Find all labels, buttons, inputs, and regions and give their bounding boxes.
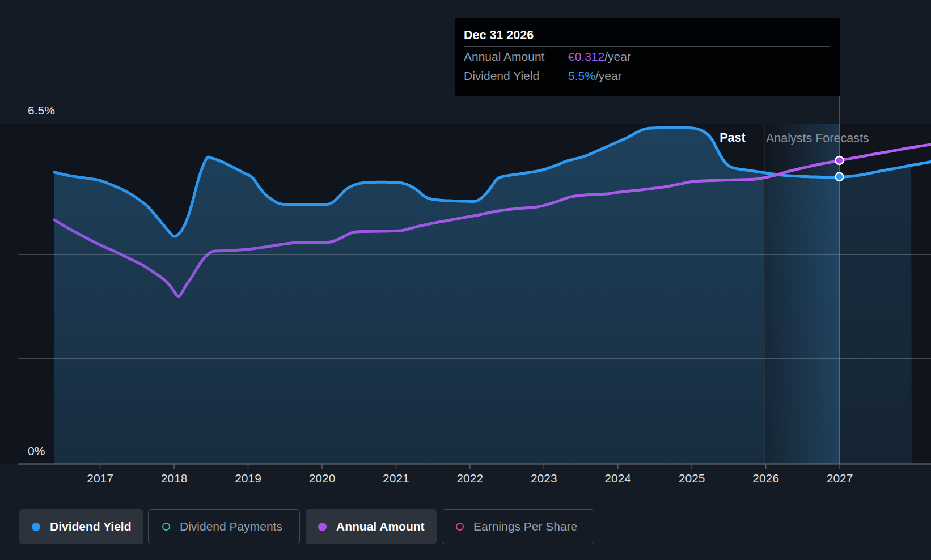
- svg-text:2024: 2024: [604, 472, 631, 485]
- svg-text:2019: 2019: [235, 472, 261, 485]
- svg-text:2023: 2023: [531, 472, 557, 485]
- svg-text:€0.312/year: €0.312/year: [568, 50, 631, 63]
- svg-text:2025: 2025: [679, 472, 705, 485]
- svg-text:2026: 2026: [752, 472, 779, 485]
- svg-text:Analysts Forecasts: Analysts Forecasts: [766, 131, 869, 145]
- svg-text:2022: 2022: [456, 472, 483, 485]
- svg-text:0%: 0%: [28, 444, 45, 457]
- svg-text:5.5%/year: 5.5%/year: [568, 69, 622, 82]
- svg-text:Past: Past: [720, 131, 745, 145]
- svg-text:Annual Amount: Annual Amount: [464, 50, 545, 63]
- svg-text:2027: 2027: [827, 472, 853, 485]
- svg-text:6.5%: 6.5%: [28, 104, 55, 117]
- svg-text:Dividend Yield: Dividend Yield: [464, 69, 539, 82]
- svg-text:Dec 31 2026: Dec 31 2026: [464, 28, 534, 42]
- svg-text:2017: 2017: [87, 472, 113, 485]
- svg-text:2021: 2021: [383, 472, 409, 485]
- svg-text:2018: 2018: [161, 472, 188, 485]
- svg-text:2020: 2020: [309, 472, 336, 485]
